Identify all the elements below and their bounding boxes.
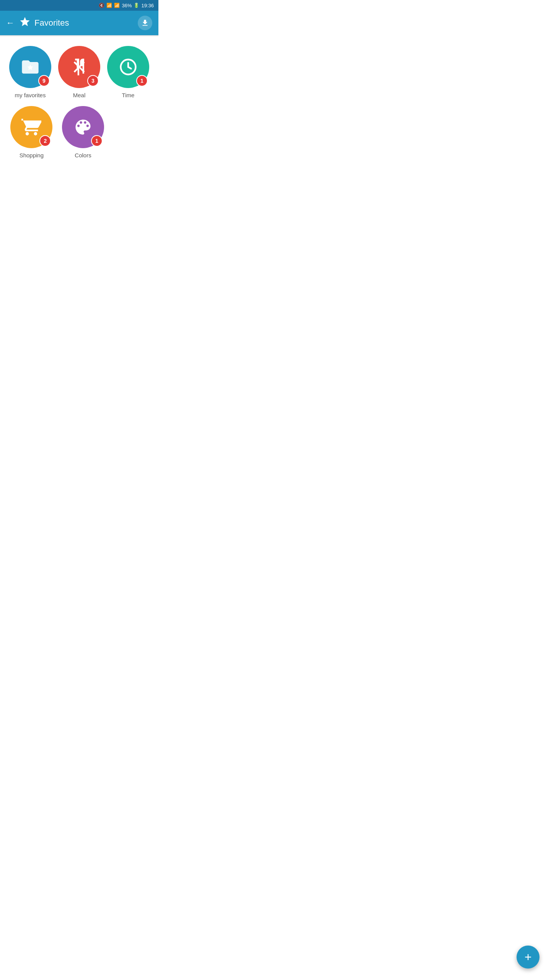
- category-grid-row1: 9 my favorites 3: [8, 46, 151, 98]
- category-item-meal[interactable]: 3 Meal: [57, 46, 102, 98]
- page-title: Favorites: [34, 18, 138, 28]
- label-colors: Colors: [75, 152, 91, 158]
- app-bar: ← Favorites: [0, 11, 158, 35]
- wifi-icon: 📶: [106, 3, 112, 8]
- circle-wrap-colors: 1: [62, 106, 104, 148]
- category-item-time[interactable]: 1 Time: [106, 46, 151, 98]
- star-icon: [19, 16, 31, 30]
- circle-wrap-my-favorites: 9: [9, 46, 51, 88]
- mute-icon: 🔇: [99, 3, 104, 8]
- circle-wrap-time: 1: [107, 46, 149, 88]
- category-item-colors[interactable]: 1 Colors: [59, 106, 107, 158]
- label-my-favorites: my favorites: [15, 92, 46, 98]
- category-item-shopping[interactable]: 2 Shopping: [8, 106, 55, 158]
- badge-meal: 3: [87, 75, 99, 87]
- back-button[interactable]: ←: [6, 18, 15, 28]
- clock-icon: [118, 57, 138, 77]
- folder-star-icon: [20, 57, 40, 77]
- label-meal: Meal: [73, 92, 86, 98]
- status-icons: 🔇 📶 📶 36% 🔋 19:36: [99, 3, 154, 8]
- badge-shopping: 2: [39, 135, 51, 147]
- category-grid-row2: 2 Shopping 1 Colors: [8, 106, 151, 158]
- badge-time: 1: [136, 75, 148, 87]
- time-text: 19:36: [141, 3, 154, 8]
- status-bar: 🔇 📶 📶 36% 🔋 19:36: [0, 0, 158, 11]
- battery-text: 36%: [122, 3, 132, 8]
- circle-wrap-shopping: 2: [10, 106, 52, 148]
- circle-wrap-meal: 3: [58, 46, 100, 88]
- cart-icon: [21, 117, 41, 137]
- badge-my-favorites: 9: [38, 75, 50, 87]
- badge-colors: 1: [91, 135, 103, 147]
- palette-icon: [73, 117, 93, 137]
- battery-icon: 🔋: [134, 3, 139, 8]
- download-button[interactable]: [138, 16, 152, 30]
- category-item-my-favorites[interactable]: 9 my favorites: [8, 46, 53, 98]
- content-area: 9 my favorites 3: [0, 37, 158, 168]
- cutlery-icon: [69, 57, 89, 77]
- signal-icon: 📶: [114, 3, 120, 8]
- label-time: Time: [122, 92, 135, 98]
- label-shopping: Shopping: [20, 152, 44, 158]
